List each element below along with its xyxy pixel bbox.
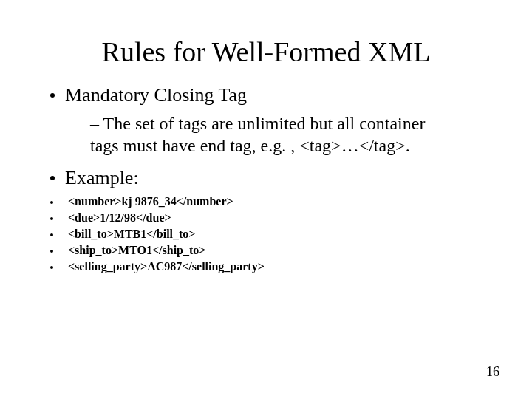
bullet-text: Mandatory Closing Tag [65,84,247,106]
bullet-icon [50,233,53,236]
code-line: <ship_to>MTO1</ship_to> [50,244,502,257]
bullet-mandatory-closing: Mandatory Closing Tag [50,84,502,106]
code-line: <selling_party>AC987</selling_party> [50,260,502,273]
bullet-icon [50,217,53,220]
bullet-icon [50,176,55,180]
code-text: <selling_party>AC987</selling_party> [68,260,265,273]
page-number: 16 [486,364,499,380]
code-line: <due>1/12/98</due> [50,211,502,225]
code-text: <number>kj 9876_34</number> [68,195,233,208]
code-example-list: <number>kj 9876_34</number> <due>1/12/98… [50,195,502,273]
sub-bullet-description: – The set of tags are unlimited but all … [90,112,458,157]
code-line: <number>kj 9876_34</number> [50,195,502,208]
code-text: <due>1/12/98</due> [68,211,171,225]
dash-prefix: – [90,114,103,133]
code-text: <ship_to>MTO1</ship_to> [68,244,205,257]
bullet-icon [50,266,53,269]
bullet-icon [50,201,53,204]
code-text: <bill_to>MTB1</bill_to> [68,228,195,241]
sub-bullet-text: The set of tags are unlimited but all co… [90,114,425,155]
bullet-text: Example: [65,167,139,189]
bullet-icon [50,93,55,98]
bullet-example: Example: [50,167,502,189]
slide-title: Rules for Well-Formed XML [30,35,502,68]
code-line: <bill_to>MTB1</bill_to> [50,228,502,241]
slide: Rules for Well-Formed XML Mandatory Clos… [0,0,532,399]
bullet-icon [50,250,53,253]
